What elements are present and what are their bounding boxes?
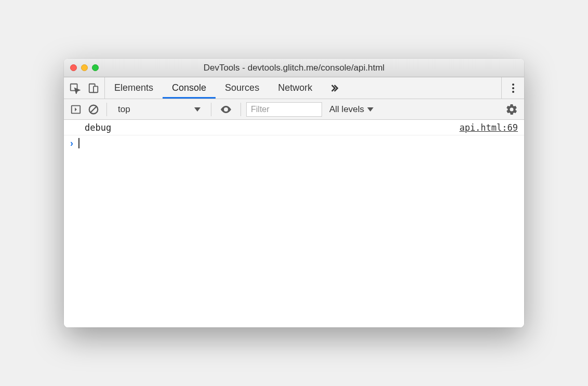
settings-menu-button[interactable] [501, 77, 524, 99]
filter-input[interactable] [246, 102, 322, 117]
inspect-element-icon[interactable] [69, 82, 81, 94]
svg-point-5 [512, 91, 514, 93]
window-controls [70, 64, 99, 71]
console-log-entry: debug api.html:69 [64, 120, 524, 135]
divider [211, 103, 211, 116]
kebab-icon [512, 83, 515, 93]
dropdown-icon [194, 107, 201, 112]
devtools-window: DevTools - devtools.glitch.me/console/ap… [64, 59, 524, 327]
svg-line-8 [91, 106, 97, 112]
tab-bar: Elements Console Sources Network [64, 77, 524, 99]
tabbar-tools [64, 77, 105, 99]
more-tabs-button[interactable] [322, 77, 346, 99]
console-settings-icon[interactable] [505, 103, 518, 116]
minimize-window-button[interactable] [81, 64, 88, 71]
levels-label: All levels [329, 104, 364, 115]
divider [106, 103, 107, 116]
console-prompt[interactable]: › [64, 135, 524, 151]
svg-point-3 [512, 84, 514, 86]
live-expression-icon[interactable] [220, 103, 232, 116]
dropdown-icon [367, 107, 373, 112]
context-label: top [118, 104, 130, 115]
console-toolbar: top All levels [64, 99, 524, 120]
close-window-button[interactable] [70, 64, 77, 71]
log-message: debug [85, 122, 459, 133]
svg-point-4 [512, 87, 514, 89]
eye-icon [220, 103, 232, 116]
title-bar: DevTools - devtools.glitch.me/console/ap… [64, 59, 524, 77]
sidebar-toggle-icon[interactable] [70, 104, 82, 115]
divider [240, 103, 241, 116]
input-cursor [78, 138, 79, 148]
log-levels-select[interactable]: All levels [324, 104, 379, 115]
device-toolbar-icon[interactable] [88, 82, 99, 94]
panel-tabs: Elements Console Sources Network [105, 77, 501, 99]
execution-context-select[interactable]: top [112, 102, 206, 117]
prompt-chevron-icon: › [70, 138, 73, 149]
window-title: DevTools - devtools.glitch.me/console/ap… [64, 63, 524, 73]
maximize-window-button[interactable] [92, 64, 99, 71]
log-source-link[interactable]: api.html:69 [459, 122, 518, 133]
chevron-double-right-icon [329, 83, 339, 93]
clear-console-icon[interactable] [88, 104, 99, 115]
svg-rect-2 [93, 86, 98, 92]
tab-sources[interactable]: Sources [216, 77, 269, 99]
tab-elements[interactable]: Elements [105, 77, 163, 99]
tab-console[interactable]: Console [163, 77, 216, 99]
tab-network[interactable]: Network [269, 77, 322, 99]
console-output: debug api.html:69 › [64, 120, 524, 327]
